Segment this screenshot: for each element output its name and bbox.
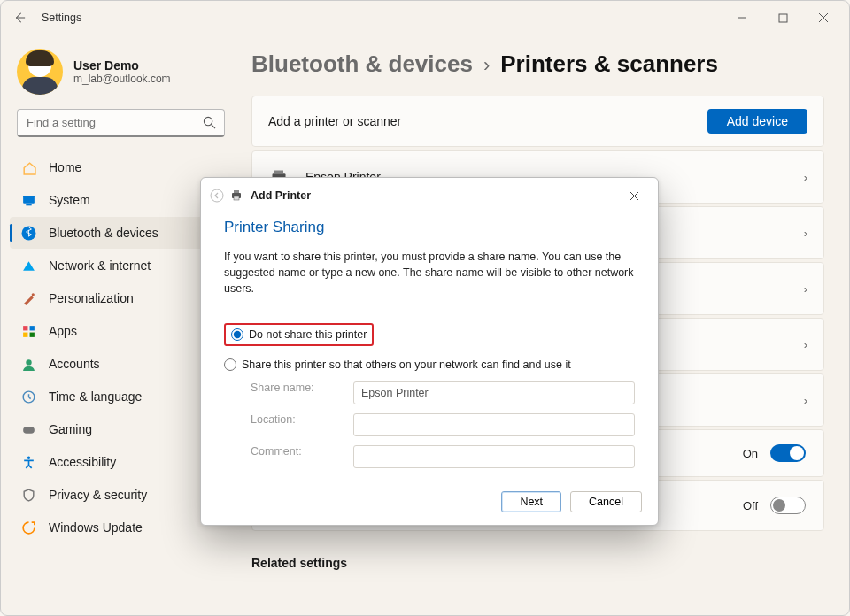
window-title: Settings <box>42 12 81 24</box>
search-icon <box>203 116 216 129</box>
add-device-button[interactable]: Add device <box>707 109 808 134</box>
dialog-heading: Printer Sharing <box>224 219 635 236</box>
dialog-close-button[interactable] <box>619 183 649 208</box>
sidebar-item-label: Personalization <box>49 291 134 305</box>
svg-rect-12 <box>23 427 35 433</box>
sidebar-item-label: Apps <box>49 324 77 338</box>
close-button[interactable] <box>803 4 844 31</box>
cancel-button[interactable]: Cancel <box>570 491 642 512</box>
sidebar-item-network[interactable]: Network & internet <box>10 250 232 281</box>
breadcrumb-parent[interactable]: Bluetooth & devices <box>251 50 473 78</box>
chevron-right-icon: › <box>804 338 808 351</box>
personalization-icon <box>20 290 36 306</box>
sidebar-item-apps[interactable]: Apps <box>10 315 232 347</box>
svg-point-5 <box>31 293 34 296</box>
radio-do-not-share-highlight: Do not share this printer <box>224 323 374 346</box>
privacy-icon <box>20 487 36 503</box>
sidebar-item-accounts[interactable]: Accounts <box>10 348 232 380</box>
radio-do-not-share[interactable] <box>231 328 243 341</box>
sidebar-item-label: Accounts <box>49 357 100 371</box>
printer-icon <box>229 189 243 203</box>
title-bar: Settings <box>1 1 849 35</box>
sidebar-item-label: Windows Update <box>49 520 143 535</box>
svg-rect-9 <box>29 332 34 336</box>
radio-share[interactable] <box>224 358 236 371</box>
avatar <box>17 49 63 95</box>
maximize-button[interactable] <box>762 4 803 31</box>
toggle-1[interactable] <box>770 444 806 462</box>
sidebar-item-gaming[interactable]: Gaming <box>10 413 232 445</box>
sidebar-item-label: Privacy & security <box>49 488 147 502</box>
chevron-right-icon: › <box>804 282 808 296</box>
add-device-label: Add a printer or scanner <box>268 114 401 128</box>
breadcrumb-separator: › <box>483 54 490 77</box>
share-name-label: Share name: <box>251 381 348 404</box>
nav-list: HomeSystemBluetooth & devicesNetwork & i… <box>10 151 232 543</box>
update-icon <box>20 520 36 535</box>
sidebar-item-label: Network & internet <box>49 258 151 273</box>
network-icon <box>20 258 36 273</box>
breadcrumb: Bluetooth & devices › Printers & scanner… <box>251 50 824 78</box>
svg-point-13 <box>27 456 29 458</box>
sidebar-item-update[interactable]: Windows Update <box>10 512 232 543</box>
svg-rect-6 <box>23 326 27 330</box>
bluetooth-icon <box>20 225 36 241</box>
sidebar-item-bluetooth[interactable]: Bluetooth & devices <box>10 217 232 249</box>
breadcrumb-current: Printers & scanners <box>500 50 718 78</box>
location-label: Location: <box>251 413 348 436</box>
sidebar-item-personalization[interactable]: Personalization <box>10 282 232 314</box>
dialog-back-button[interactable] <box>210 189 224 203</box>
comment-input <box>353 445 635 468</box>
toggle-1-state: On <box>743 447 758 460</box>
sidebar-item-time[interactable]: Time & language <box>10 381 232 412</box>
profile-email: m_lab@outlook.com <box>73 73 171 85</box>
profile-block[interactable]: User Demo m_lab@outlook.com <box>10 45 232 109</box>
sidebar-item-label: Time & language <box>49 389 142 404</box>
search-box <box>17 109 225 137</box>
sidebar-item-privacy[interactable]: Privacy & security <box>10 479 232 511</box>
back-button[interactable] <box>13 12 29 24</box>
share-name-input <box>353 381 635 404</box>
svg-rect-20 <box>234 196 239 200</box>
svg-rect-3 <box>26 204 31 205</box>
add-printer-dialog: Add Printer Printer Sharing If you want … <box>200 177 659 526</box>
gaming-icon <box>20 421 36 437</box>
download-toggle[interactable] <box>770 497 806 514</box>
radio-share-label: Share this printer so that others on you… <box>242 358 571 371</box>
sidebar-item-label: System <box>49 193 90 207</box>
search-input[interactable] <box>17 109 225 137</box>
settings-window: Settings User Demo m_lab@outlook.com Hom… <box>0 0 850 616</box>
svg-point-10 <box>26 359 31 365</box>
dialog-title: Add Printer <box>251 189 311 202</box>
accounts-icon <box>20 356 36 372</box>
add-device-card: Add a printer or scanner Add device <box>251 96 824 147</box>
apps-icon <box>20 323 36 339</box>
home-icon <box>20 159 36 175</box>
svg-point-17 <box>211 189 223 202</box>
chevron-right-icon: › <box>804 171 808 184</box>
chevron-right-icon: › <box>804 394 808 407</box>
sidebar-item-label: Bluetooth & devices <box>49 226 158 240</box>
svg-point-1 <box>204 117 212 125</box>
sidebar-item-label: Gaming <box>49 422 92 436</box>
svg-rect-19 <box>234 190 239 193</box>
svg-rect-7 <box>29 326 34 330</box>
time-icon <box>20 389 36 404</box>
sidebar-item-accessibility[interactable]: Accessibility <box>10 446 232 478</box>
minimize-button[interactable] <box>722 4 762 31</box>
svg-rect-15 <box>274 171 283 174</box>
radio-do-not-share-label: Do not share this printer <box>249 328 367 341</box>
dialog-description: If you want to share this printer, you m… <box>224 249 635 296</box>
sidebar-item-home[interactable]: Home <box>10 151 232 183</box>
svg-rect-0 <box>779 14 787 22</box>
sidebar-item-label: Accessibility <box>49 455 116 469</box>
chevron-right-icon: › <box>804 227 808 240</box>
location-input <box>353 413 635 436</box>
comment-label: Comment: <box>251 445 348 468</box>
svg-rect-8 <box>23 332 27 336</box>
download-state: Off <box>743 499 758 512</box>
system-icon <box>20 192 36 208</box>
accessibility-icon <box>20 454 36 470</box>
sidebar-item-system[interactable]: System <box>10 184 232 216</box>
next-button[interactable]: Next <box>501 491 561 512</box>
